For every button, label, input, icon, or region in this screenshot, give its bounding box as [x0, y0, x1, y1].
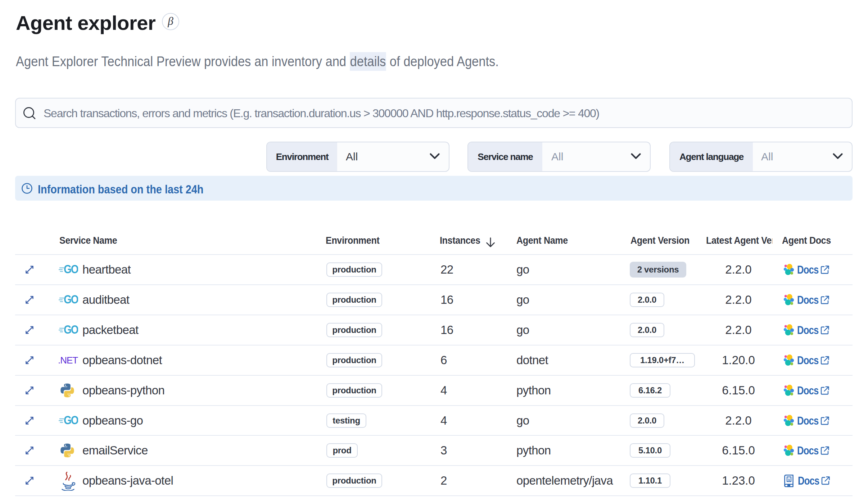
svg-text:GO: GO [64, 324, 78, 336]
svg-text:GO: GO [64, 415, 78, 427]
svg-text:GO: GO [64, 294, 78, 306]
svg-text:GO: GO [64, 264, 78, 276]
